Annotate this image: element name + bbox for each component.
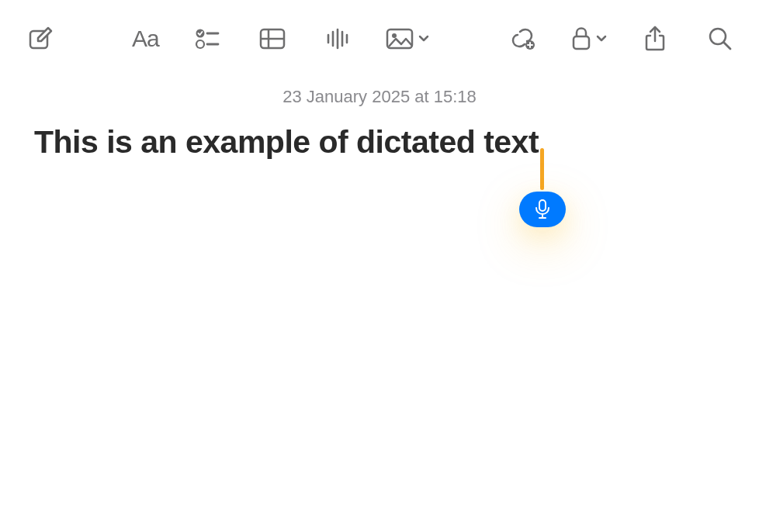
chevron-down-icon	[596, 35, 607, 43]
table-button[interactable]	[255, 22, 289, 56]
toolbar: Aa	[0, 0, 759, 78]
note-content-area[interactable]: 23 January 2025 at 15:18 This is an exam…	[0, 78, 759, 161]
share-icon	[644, 26, 666, 52]
audio-wave-icon	[326, 28, 349, 50]
note-title-text: This is an example of dictated text	[34, 124, 539, 160]
right-tools-group	[506, 22, 737, 56]
image-icon	[386, 28, 414, 50]
table-icon	[259, 28, 286, 50]
compose-icon	[28, 26, 53, 51]
share-button[interactable]	[638, 22, 672, 56]
svg-point-19	[710, 29, 726, 44]
audio-button[interactable]	[321, 22, 355, 56]
svg-point-2	[196, 40, 204, 48]
microphone-icon	[534, 199, 551, 220]
text-format-icon: Aa	[132, 26, 159, 52]
search-button[interactable]	[703, 22, 737, 56]
checklist-button[interactable]	[190, 22, 224, 56]
svg-rect-18	[574, 36, 589, 49]
text-format-button[interactable]: Aa	[132, 22, 159, 56]
text-cursor	[540, 148, 544, 190]
link-icon	[510, 26, 536, 51]
note-title[interactable]: This is an example of dictated text	[34, 124, 539, 161]
lock-button[interactable]	[571, 26, 607, 51]
dictation-button[interactable]	[519, 192, 566, 227]
link-button[interactable]	[506, 22, 540, 56]
svg-line-20	[724, 43, 730, 49]
image-button[interactable]	[386, 28, 429, 50]
svg-rect-21	[539, 200, 546, 211]
compose-button[interactable]	[23, 22, 57, 56]
lock-icon	[571, 26, 591, 51]
chevron-down-icon	[418, 35, 429, 43]
note-timestamp: 23 January 2025 at 15:18	[34, 87, 725, 107]
search-icon	[708, 26, 733, 51]
checklist-icon	[195, 26, 220, 51]
svg-point-14	[392, 33, 397, 38]
format-group: Aa	[132, 22, 429, 56]
